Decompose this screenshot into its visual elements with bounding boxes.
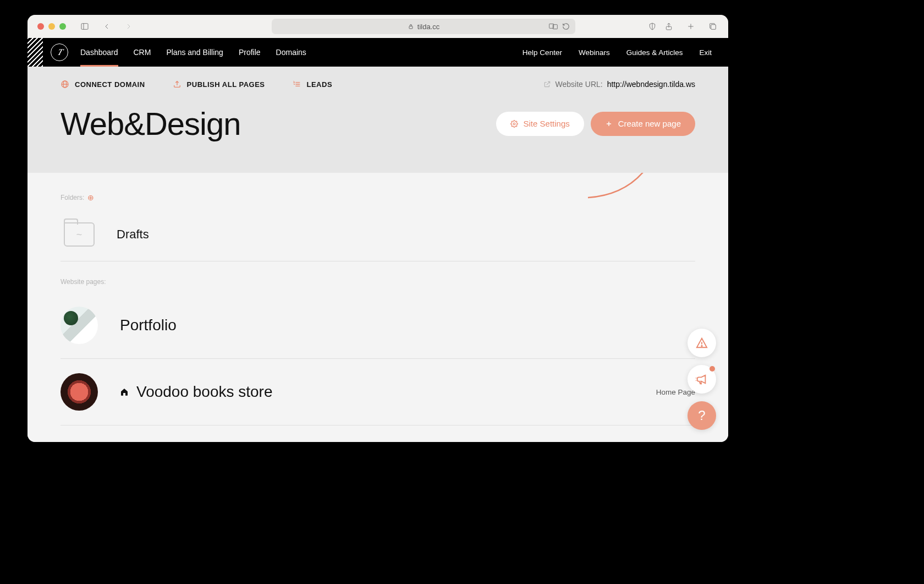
page-thumbnail	[61, 307, 98, 344]
browser-window: tilda.cc 𝑇 Dashboard CRM	[28, 15, 728, 442]
reload-icon[interactable]	[562, 23, 570, 30]
browser-chrome: tilda.cc	[28, 15, 728, 38]
minimize-window-button[interactable]	[48, 23, 55, 30]
nav-dashboard[interactable]: Dashboard	[80, 39, 118, 66]
page-thumbnail	[61, 373, 98, 411]
site-actions-row: CONNECT DOMAIN PUBLISH ALL PAGES LEADS W…	[61, 67, 695, 89]
address-bar-host: tilda.cc	[417, 23, 439, 31]
back-button[interactable]	[101, 21, 112, 32]
website-url-label: Website URL:	[556, 80, 603, 89]
svg-rect-9	[711, 25, 716, 30]
publish-all-label: PUBLISH ALL PAGES	[187, 80, 265, 89]
alert-fab[interactable]	[688, 329, 716, 357]
external-link-icon	[543, 80, 551, 88]
pages-section-label: Website pages:	[61, 278, 695, 286]
site-settings-button[interactable]: Site Settings	[496, 112, 584, 136]
page-name: Portfolio	[120, 316, 177, 334]
svg-point-22	[701, 346, 702, 346]
sidebar-toggle-icon[interactable]	[79, 21, 90, 32]
close-window-button[interactable]	[37, 23, 44, 30]
privacy-report-icon[interactable]	[647, 21, 658, 32]
nav-crm[interactable]: CRM	[134, 39, 151, 66]
nav-secondary: Help Center Webinars Guides & Articles E…	[522, 39, 712, 66]
gear-icon	[510, 120, 518, 128]
nav-help-center[interactable]: Help Center	[522, 39, 562, 66]
alert-triangle-icon	[696, 337, 708, 349]
lock-icon	[408, 23, 414, 30]
folders-section-label: Folders: ⊕	[61, 194, 695, 201]
nav-guides[interactable]: Guides & Articles	[626, 39, 683, 66]
forward-button[interactable]	[123, 21, 134, 32]
svg-point-18	[513, 123, 515, 125]
svg-line-24	[696, 380, 696, 381]
tabs-icon[interactable]	[707, 21, 718, 32]
translate-icon[interactable]	[549, 23, 558, 30]
create-new-page-button[interactable]: Create new page	[591, 112, 695, 136]
help-fab[interactable]: ?	[688, 401, 716, 430]
connect-domain-link[interactable]: CONNECT DOMAIN	[61, 80, 145, 89]
globe-icon	[61, 80, 69, 89]
site-title: Web&Design	[61, 105, 240, 142]
nav-webinars[interactable]: Webinars	[579, 39, 610, 66]
content-area: Folders: ⊕ ~ Drafts Website pages: Portf…	[28, 173, 728, 442]
page-name: Voodoo books store	[136, 383, 273, 401]
website-url: Website URL: http://webndesign.tilda.ws	[543, 80, 695, 89]
page-row-voodoo[interactable]: Voodoo books store Home Page	[61, 359, 695, 425]
connect-domain-label: CONNECT DOMAIN	[75, 80, 145, 89]
website-url-value[interactable]: http://webndesign.tilda.ws	[607, 80, 695, 89]
announcements-fab[interactable]	[688, 365, 716, 394]
notification-dot	[710, 366, 715, 372]
nav-primary: Dashboard CRM Plans and Billing Profile …	[80, 39, 306, 66]
app-top-nav: 𝑇 Dashboard CRM Plans and Billing Profil…	[28, 38, 728, 67]
upload-icon	[173, 80, 182, 89]
site-title-row: Web&Design Site Settings Create new page	[61, 89, 695, 173]
maximize-window-button[interactable]	[59, 23, 66, 30]
help-symbol: ?	[698, 408, 705, 423]
nav-profile[interactable]: Profile	[239, 39, 261, 66]
window-controls	[37, 23, 66, 30]
nav-exit[interactable]: Exit	[699, 39, 712, 66]
folder-name: Drafts	[117, 227, 149, 242]
add-folder-button[interactable]: ⊕	[87, 194, 94, 201]
svg-line-23	[696, 378, 696, 378]
address-bar[interactable]: tilda.cc	[272, 19, 575, 34]
nav-decoration	[28, 38, 43, 67]
site-settings-label: Site Settings	[524, 119, 570, 128]
address-bar-right	[549, 23, 570, 30]
nav-domains[interactable]: Domains	[276, 39, 306, 66]
site-header: CONNECT DOMAIN PUBLISH ALL PAGES LEADS W…	[28, 67, 728, 173]
pages-label-text: Website pages:	[61, 278, 106, 286]
folders-label-text: Folders:	[61, 194, 84, 201]
svg-rect-0	[81, 24, 88, 30]
new-tab-icon[interactable]	[685, 21, 696, 32]
floating-buttons: ?	[688, 329, 716, 430]
megaphone-icon	[696, 373, 708, 385]
create-new-page-label: Create new page	[618, 119, 681, 128]
nav-plans[interactable]: Plans and Billing	[166, 39, 223, 66]
publish-all-link[interactable]: PUBLISH ALL PAGES	[173, 80, 265, 89]
svg-rect-2	[409, 26, 413, 29]
leads-icon	[293, 80, 301, 89]
plus-icon	[605, 120, 613, 128]
home-icon	[120, 387, 129, 396]
title-actions: Site Settings Create new page	[496, 112, 695, 136]
leads-label: LEADS	[307, 80, 333, 89]
share-icon[interactable]	[663, 21, 674, 32]
folder-icon: ~	[64, 222, 95, 247]
leads-link[interactable]: LEADS	[293, 80, 333, 89]
folder-row-drafts[interactable]: ~ Drafts	[61, 208, 695, 261]
page-row-portfolio[interactable]: Portfolio	[61, 292, 695, 359]
tilda-logo[interactable]: 𝑇	[51, 43, 68, 61]
